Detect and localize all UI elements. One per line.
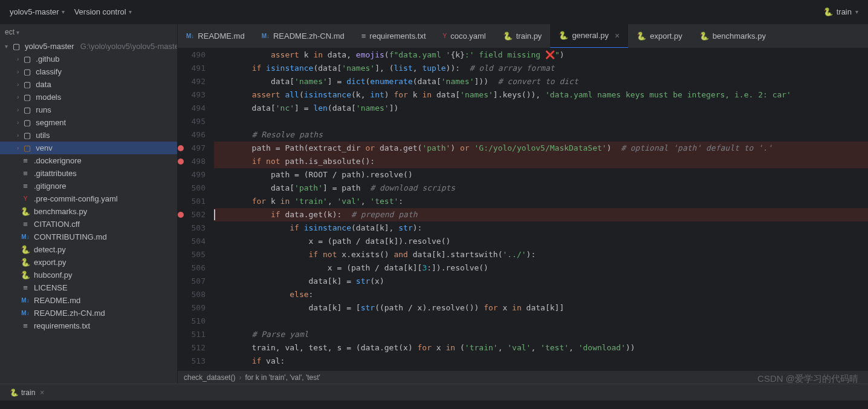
- breakpoint-icon[interactable]: [178, 145, 184, 151]
- breadcrumb-fn[interactable]: check_dataset(): [184, 373, 235, 382]
- tree-item[interactable]: 🐍benchmarks.py: [0, 205, 177, 218]
- gutter-line[interactable]: 498: [178, 155, 206, 168]
- tree-item[interactable]: 🐍detect.py: [0, 243, 177, 256]
- editor-tab[interactable]: M↓README.zh-CN.md: [253, 24, 353, 48]
- code-line[interactable]: path = (ROOT / path).resolve(): [214, 168, 868, 182]
- gutter-line[interactable]: 493: [178, 88, 206, 102]
- gutter-line[interactable]: 491: [178, 62, 206, 75]
- gutter-line[interactable]: 500: [178, 182, 206, 195]
- tree-item[interactable]: ≡requirements.txt: [0, 319, 177, 332]
- gutter[interactable]: 4904914924934944954964974984995005015025…: [178, 48, 212, 370]
- tree-item[interactable]: ›▢venv: [0, 142, 177, 154]
- code-line[interactable]: x = (path / data[k]).resolve(): [214, 235, 868, 248]
- tree-item[interactable]: Y.pre-commit-config.yaml: [0, 192, 177, 205]
- editor-tab[interactable]: Ycoco.yaml: [435, 24, 494, 48]
- code-line[interactable]: for k in 'train', 'val', 'test':: [214, 195, 868, 208]
- gutter-line[interactable]: 503: [178, 221, 206, 235]
- close-icon[interactable]: ×: [40, 388, 44, 397]
- code-line[interactable]: else:: [214, 288, 868, 301]
- tree-item[interactable]: ≡LICENSE: [0, 281, 177, 294]
- tree-item[interactable]: ›▢data: [0, 78, 177, 91]
- code-line[interactable]: if isinstance(data[k], str):: [214, 221, 868, 235]
- chevron-right-icon: ›: [239, 373, 241, 382]
- gutter-line[interactable]: 505: [178, 248, 206, 261]
- code-line[interactable]: if val:: [214, 355, 868, 368]
- gutter-line[interactable]: 501: [178, 195, 206, 208]
- tree-root[interactable]: ▾ ▢ yolov5-master G:\yolo\yolov5\yolov5-…: [0, 40, 177, 53]
- code-content[interactable]: assert k in data, emojis(f"data.yaml '{k…: [212, 48, 868, 370]
- gutter-line[interactable]: 495: [178, 115, 206, 128]
- code-line[interactable]: x = (path / data[k][3:]).resolve(): [214, 261, 868, 275]
- gutter-line[interactable]: 499: [178, 168, 206, 182]
- code-line[interactable]: assert all(isinstance(k, int) for k in d…: [214, 88, 868, 102]
- editor-tab[interactable]: 🐍benchmarks.py: [691, 24, 774, 48]
- vcs-selector[interactable]: Version control ▾: [74, 7, 132, 16]
- tree-item[interactable]: ›▢classify: [0, 65, 177, 78]
- gutter-line[interactable]: 504: [178, 235, 206, 248]
- tree-item[interactable]: M↓README.md: [0, 294, 177, 307]
- code-line[interactable]: if not x.exists() and data[k].startswith…: [214, 248, 868, 261]
- code-line[interactable]: train, val, test, s = (data.get(x) for x…: [214, 341, 868, 355]
- tree-item[interactable]: ›▢utils: [0, 129, 177, 142]
- run-tab[interactable]: 🐍 train ×: [6, 387, 48, 398]
- tree-item[interactable]: ≡.gitattributes: [0, 167, 177, 180]
- tree-item-label: requirements.txt: [34, 321, 90, 330]
- gutter-line[interactable]: 497: [178, 142, 206, 155]
- gutter-line[interactable]: 509: [178, 301, 206, 315]
- code-line[interactable]: [214, 115, 868, 128]
- breadcrumb-loc[interactable]: for k in 'train', 'val', 'test': [245, 373, 320, 382]
- gutter-line[interactable]: 514: [178, 368, 206, 370]
- code-editor[interactable]: 4904914924934944954964974984995005015025…: [178, 48, 868, 370]
- code-line[interactable]: data['names'] = dict(enumerate(data['nam…: [214, 75, 868, 88]
- gutter-line[interactable]: 508: [178, 288, 206, 301]
- gutter-line[interactable]: 496: [178, 128, 206, 142]
- tree-item[interactable]: ›▢.github: [0, 53, 177, 65]
- code-line[interactable]: [214, 315, 868, 328]
- breakpoint-icon[interactable]: [178, 159, 184, 165]
- code-line[interactable]: data['path'] = path # download scripts: [214, 182, 868, 195]
- code-line[interactable]: data['nc'] = len(data['names']): [214, 102, 868, 115]
- code-line[interactable]: data[k] = [str((path / x).resolve()) for…: [214, 301, 868, 315]
- editor-tab[interactable]: M↓README.md: [178, 24, 253, 48]
- txt-icon: ≡: [21, 321, 30, 330]
- gutter-line[interactable]: 511: [178, 328, 206, 341]
- tree-item[interactable]: ≡.gitignore: [0, 180, 177, 192]
- code-line[interactable]: path = Path(extract_dir or data.get('pat…: [214, 142, 868, 155]
- project-selector[interactable]: yolov5-master ▾: [10, 7, 65, 16]
- tree-item[interactable]: ›▢models: [0, 91, 177, 103]
- editor-tab[interactable]: 🐍general.py×: [550, 24, 628, 48]
- tree-item[interactable]: 🐍hubconf.py: [0, 269, 177, 281]
- run-toolbar: 🐍 train ×: [0, 384, 868, 401]
- tree-item[interactable]: ≡.dockerignore: [0, 154, 177, 167]
- editor-tab[interactable]: ≡requirements.txt: [353, 24, 435, 48]
- gutter-line[interactable]: 506: [178, 261, 206, 275]
- close-icon[interactable]: ×: [615, 31, 620, 41]
- gutter-line[interactable]: 502: [178, 208, 206, 221]
- code-line[interactable]: # Parse yaml: [214, 328, 868, 341]
- project-sidebar[interactable]: ect ▾ ▾ ▢ yolov5-master G:\yolo\yolov5\y…: [0, 24, 178, 384]
- breakpoint-icon[interactable]: [178, 212, 184, 218]
- breadcrumb-bar[interactable]: check_dataset() › for k in 'train', 'val…: [178, 370, 868, 384]
- tree-item[interactable]: 🐍export.py: [0, 256, 177, 269]
- gutter-line[interactable]: 490: [178, 48, 206, 62]
- gutter-line[interactable]: 510: [178, 315, 206, 328]
- tree-item[interactable]: M↓CONTRIBUTING.md: [0, 231, 177, 243]
- tree-item[interactable]: M↓README.zh-CN.md: [0, 307, 177, 319]
- gutter-line[interactable]: 507: [178, 275, 206, 288]
- tree-item[interactable]: ≡CITATION.cff: [0, 218, 177, 231]
- tree-item[interactable]: ›▢segment: [0, 116, 177, 129]
- code-line[interactable]: if not path.is_absolute():: [214, 155, 868, 168]
- run-config-selector[interactable]: train: [837, 7, 852, 16]
- gutter-line[interactable]: 512: [178, 341, 206, 355]
- code-line[interactable]: # Resolve paths: [214, 128, 868, 142]
- editor-tab[interactable]: 🐍export.py: [628, 24, 690, 48]
- tree-item[interactable]: ›▢runs: [0, 103, 177, 116]
- code-line[interactable]: assert k in data, emojis(f"data.yaml '{k…: [214, 48, 868, 62]
- gutter-line[interactable]: 492: [178, 75, 206, 88]
- code-line[interactable]: if isinstance(data['names'], (list, tupl…: [214, 62, 868, 75]
- gutter-line[interactable]: 494: [178, 102, 206, 115]
- gutter-line[interactable]: 513: [178, 355, 206, 368]
- code-line[interactable]: data[k] = str(x): [214, 275, 868, 288]
- editor-tab[interactable]: 🐍train.py: [494, 24, 551, 48]
- code-line[interactable]: if data.get(k): # prepend path: [214, 208, 868, 221]
